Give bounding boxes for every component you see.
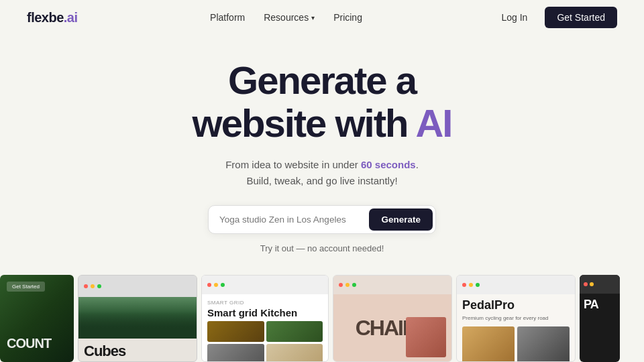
pants-title: PA bbox=[580, 294, 620, 316]
grid-item-4 bbox=[266, 344, 323, 362]
hero-title-line2: website with AI bbox=[193, 102, 452, 145]
kitchen-content: SMART GRID Smart grid Kitchen bbox=[202, 294, 328, 362]
card-btn: Get Started bbox=[7, 282, 45, 292]
close-dot bbox=[339, 283, 343, 287]
chevron-down-icon: ▾ bbox=[311, 14, 315, 21]
min-dot bbox=[214, 283, 218, 287]
bike-image-2 bbox=[517, 326, 570, 362]
screenshot-kitchen: SMART GRID Smart grid Kitchen bbox=[201, 275, 329, 362]
chairs-image bbox=[406, 317, 446, 357]
cubes-image bbox=[78, 297, 197, 339]
logo[interactable]: flexbe.ai bbox=[27, 10, 78, 25]
kitchen-label: SMART GRID bbox=[207, 300, 323, 306]
hero-title-line1: Generate a bbox=[193, 59, 452, 102]
pedalpro-content: PedalPro Premium cycling gear for every … bbox=[457, 294, 575, 362]
get-started-button[interactable]: Get Started bbox=[545, 7, 617, 28]
min-dot bbox=[91, 284, 95, 288]
logo-text: flexbe.ai bbox=[27, 10, 78, 25]
search-input[interactable] bbox=[219, 210, 369, 229]
login-button[interactable]: Log In bbox=[494, 8, 534, 27]
close-dot bbox=[462, 283, 466, 287]
max-dot bbox=[476, 283, 480, 287]
nav-platform[interactable]: Platform bbox=[210, 12, 245, 23]
navigation: flexbe.ai Platform Resources ▾ Pricing L… bbox=[0, 0, 644, 35]
close-dot bbox=[84, 284, 88, 288]
grid-item-1 bbox=[207, 321, 264, 342]
hero-ai-text: AI bbox=[415, 101, 451, 145]
hero-subtitle: From idea to website in under 60 seconds… bbox=[225, 157, 419, 189]
max-dot bbox=[97, 284, 101, 288]
nav-pricing[interactable]: Pricing bbox=[333, 12, 362, 23]
seconds-highlight: 60 seconds bbox=[361, 159, 416, 170]
bike-image-1 bbox=[462, 326, 515, 362]
close-dot bbox=[207, 283, 211, 287]
screenshot-cubes: Cubes bbox=[78, 275, 197, 362]
kitchen-grid bbox=[207, 321, 323, 362]
search-bar: Generate bbox=[208, 205, 436, 234]
count-label: COUNT bbox=[7, 336, 51, 351]
mountain-overlay bbox=[78, 312, 197, 339]
card-top-bar bbox=[333, 276, 451, 294]
try-out-text: Try it out — no account needed! bbox=[260, 243, 384, 253]
screenshot-pants: PA bbox=[580, 275, 620, 362]
cubes-content: Cubes bbox=[78, 339, 197, 362]
max-dot bbox=[352, 283, 356, 287]
card-top-bar bbox=[202, 276, 328, 294]
min-dot bbox=[469, 283, 473, 287]
nav-actions: Log In Get Started bbox=[494, 7, 617, 28]
nav-resources[interactable]: Resources ▾ bbox=[264, 12, 315, 23]
pedalpro-title: PedalPro bbox=[462, 298, 570, 312]
generate-button[interactable]: Generate bbox=[369, 208, 433, 231]
card-top-bar bbox=[457, 276, 575, 294]
screenshots-row: Get Started COUNT Cubes SMART GRID Smart… bbox=[0, 275, 644, 362]
hero-section: Generate a website with AI From idea to … bbox=[0, 35, 644, 253]
screenshot-chairs: CHAIRS bbox=[333, 275, 452, 362]
chairs-content: CHAIRS bbox=[333, 294, 451, 361]
kitchen-title: Smart grid Kitchen bbox=[207, 307, 323, 318]
pedalpro-sub: Premium cycling gear for every road bbox=[462, 315, 570, 321]
grid-item-3 bbox=[207, 344, 264, 362]
pedalpro-bikes bbox=[462, 326, 570, 362]
screenshot-pedalpro: PedalPro Premium cycling gear for every … bbox=[456, 275, 576, 362]
card-top-bar bbox=[580, 275, 620, 294]
min-dot bbox=[345, 283, 350, 287]
cubes-title: Cubes bbox=[84, 343, 191, 360]
close-dot bbox=[584, 282, 588, 286]
hero-title: Generate a website with AI bbox=[193, 59, 452, 145]
min-dot bbox=[590, 282, 594, 286]
nav-links: Platform Resources ▾ Pricing bbox=[210, 12, 362, 23]
card-top-bar bbox=[78, 276, 197, 297]
max-dot bbox=[221, 283, 225, 287]
screenshot-count: Get Started COUNT bbox=[0, 275, 74, 362]
grid-item-2 bbox=[266, 321, 323, 342]
